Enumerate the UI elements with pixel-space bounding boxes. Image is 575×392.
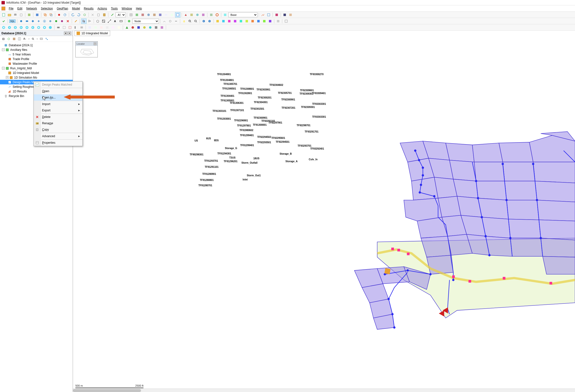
tb-edit-icon[interactable]: [110, 12, 115, 18]
tb-grid-icon[interactable]: [128, 12, 134, 18]
menu-selection[interactable]: Selection: [39, 6, 55, 11]
tb3-e7[interactable]: [93, 25, 98, 30]
tb2-b5[interactable]: [42, 19, 47, 24]
tb3-rewind-icon[interactable]: [1, 25, 6, 30]
tb2-b1[interactable]: [19, 19, 24, 24]
tb3-e16[interactable]: [147, 25, 153, 30]
tb2-globe-icon[interactable]: [126, 19, 132, 24]
tb2-d9[interactable]: [262, 19, 267, 24]
tb-button-g1[interactable]: [134, 12, 140, 18]
tb-button-g3[interactable]: [146, 12, 151, 18]
menu-results[interactable]: Results: [82, 6, 96, 11]
tb3-e15[interactable]: [142, 25, 147, 30]
tb2-pointer-icon[interactable]: [81, 19, 87, 24]
tb2-poly-sel-icon[interactable]: [95, 19, 100, 24]
tb3-stop-icon[interactable]: [24, 25, 30, 30]
tb2-b4[interactable]: [36, 19, 41, 24]
tb2-c1[interactable]: [162, 19, 167, 24]
tb3-e13[interactable]: [130, 25, 135, 30]
tb3-e10[interactable]: [110, 25, 116, 30]
tb-button-j4[interactable]: [282, 12, 288, 18]
tb3-e17[interactable]: [153, 25, 159, 30]
tb2-b3[interactable]: [30, 19, 35, 24]
tb2-d4[interactable]: [232, 19, 238, 24]
tb3-e11[interactable]: [116, 25, 121, 30]
tb-paste-icon[interactable]: [102, 12, 107, 18]
tb2-zoomin-icon[interactable]: +: [187, 19, 192, 24]
tb-button-j2[interactable]: [266, 12, 271, 18]
tb-base-dropdown[interactable]: Base: [228, 12, 258, 17]
tb2-d8[interactable]: [256, 19, 261, 24]
tb-button-g6[interactable]: [163, 12, 169, 18]
app-menu-icon[interactable]: [1, 7, 5, 10]
tb3-fastfwd-icon[interactable]: [36, 25, 41, 30]
tb-tile-icon[interactable]: [48, 12, 54, 18]
tb2-d6[interactable]: [244, 19, 249, 24]
tb3-e14[interactable]: [136, 25, 141, 30]
tb2-d11[interactable]: [275, 19, 281, 24]
tb-help-icon[interactable]: ?: [62, 12, 68, 18]
tb-button-h6[interactable]: [215, 12, 220, 18]
tb-cut-icon[interactable]: [90, 12, 95, 18]
tb-button-j5[interactable]: [288, 12, 293, 18]
tb2-c3[interactable]: [173, 19, 179, 24]
tb2-check-icon[interactable]: [1, 19, 6, 24]
menu-model[interactable]: Model: [70, 6, 82, 11]
tb3-e5[interactable]: [79, 25, 84, 30]
tb-locator-icon[interactable]: [175, 12, 180, 18]
tb2-hand-icon[interactable]: [181, 19, 187, 24]
menu-window[interactable]: Window: [120, 6, 134, 11]
tb3-stepback-icon[interactable]: [7, 25, 12, 30]
tb3-e4[interactable]: [73, 25, 78, 30]
tb2-node-dropdown[interactable]: Node: [132, 19, 159, 24]
tb2-d12[interactable]: [284, 19, 289, 24]
tb3-record-icon[interactable]: [42, 25, 47, 30]
menu-geoplan[interactable]: GeoPlan: [55, 6, 70, 11]
tb3-loop-icon[interactable]: [48, 25, 53, 30]
tb-bug-icon[interactable]: [56, 12, 62, 18]
tb2-b7[interactable]: [53, 19, 59, 24]
tb-button-h5[interactable]: [209, 12, 214, 18]
tb-button-h4[interactable]: [201, 12, 206, 18]
menu-tools[interactable]: Tools: [109, 6, 120, 11]
tb3-stepfwd-icon[interactable]: [30, 25, 35, 30]
tb2-d5[interactable]: [238, 19, 244, 24]
tb2-b6[interactable]: [48, 19, 53, 24]
tb-as-dropdown[interactable]: AS: [116, 12, 126, 17]
tb2-d1[interactable]: [215, 19, 220, 24]
tb3-e9[interactable]: [105, 25, 110, 30]
tb2-d2[interactable]: [221, 19, 226, 24]
menu-help[interactable]: Help: [134, 6, 144, 11]
tb2-nav-right-icon[interactable]: [207, 19, 212, 24]
tb2-text-icon[interactable]: A: [113, 19, 118, 24]
tb-copy-icon[interactable]: [19, 12, 24, 18]
tb2-move-icon[interactable]: [101, 19, 106, 24]
tb3-e18[interactable]: [159, 25, 165, 30]
tb2-sql-icon[interactable]: SQL: [9, 19, 16, 24]
tb2-b8[interactable]: [59, 19, 65, 24]
tb2-measure-icon[interactable]: [107, 19, 112, 24]
tb3-e6[interactable]: [87, 25, 92, 30]
tb-button-g2[interactable]: [140, 12, 145, 18]
tb2-pencil-icon[interactable]: [73, 19, 78, 24]
tb3-e8[interactable]: [99, 25, 104, 30]
tb2-rect-icon[interactable]: [119, 19, 124, 24]
tb3-e3[interactable]: [67, 25, 73, 30]
tb-button-g5[interactable]: [158, 12, 163, 18]
tb-open-icon[interactable]: [7, 12, 12, 18]
tb-button-h3[interactable]: [195, 12, 200, 18]
tb3-e1[interactable]: [56, 25, 61, 30]
tb2-b2[interactable]: [24, 19, 30, 24]
tb-undo-icon[interactable]: [70, 12, 76, 18]
tb3-play-icon[interactable]: [19, 25, 24, 30]
tb-button-g4[interactable]: [152, 12, 157, 18]
tb-save-icon[interactable]: [35, 12, 40, 18]
tb2-c2[interactable]: [168, 19, 173, 24]
tb2-d10[interactable]: [267, 19, 273, 24]
tb-cascade-icon[interactable]: [43, 12, 48, 18]
tb-button-j1[interactable]: [260, 12, 265, 18]
tb-button-j3[interactable]: [274, 12, 279, 18]
tb2-zoomout-icon[interactable]: −: [193, 19, 198, 24]
tb3-e12[interactable]: [124, 25, 130, 30]
tb2-delete-icon[interactable]: [65, 19, 71, 24]
